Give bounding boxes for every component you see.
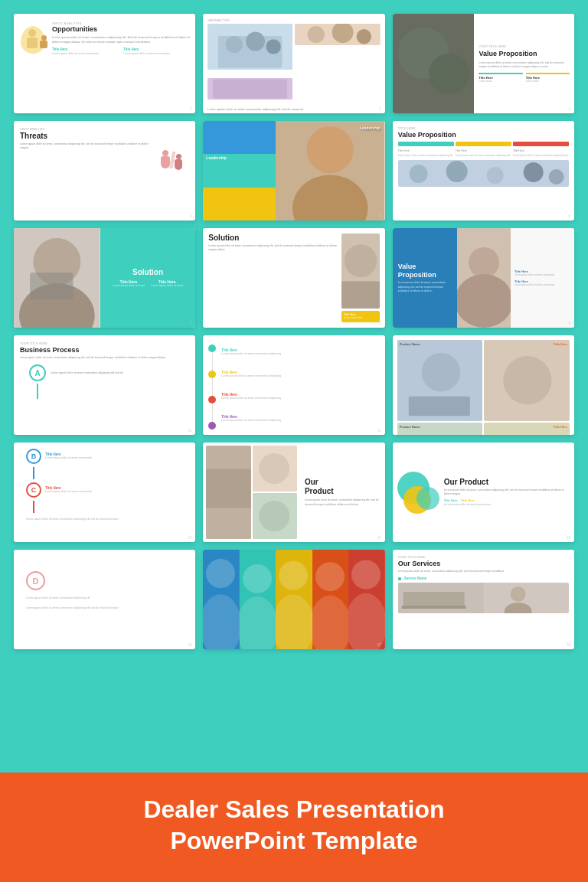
slide-6[interactable]: Title Here Value Proposition Title Here … xyxy=(393,121,574,220)
slide-11-item4-text: Lorem ipsum dolor sit amet consectetur a… xyxy=(221,419,379,423)
slide-14-num: 14 xyxy=(377,536,381,540)
slide-9[interactable]: Value Proposition Lorem ipsum dolor sit … xyxy=(393,228,574,328)
slide-7-num: 7 xyxy=(190,322,192,325)
slide-1-stat1-text: Lorem ipsum dolor sit amet consectetur xyxy=(52,52,119,56)
slide-11-item2-text: Lorem ipsum dolor sit amet consectetur a… xyxy=(221,374,379,378)
slide-3-label: Your Title Here xyxy=(479,44,570,48)
svg-point-8 xyxy=(357,29,371,44)
slide-5-leadership: Leadership xyxy=(360,126,381,130)
slide-12-label3: Product Name xyxy=(400,425,420,429)
slide-3[interactable]: Your Title Here Value Proposition Lorem … xyxy=(393,14,574,113)
svg-rect-10 xyxy=(213,79,287,98)
slide-6-title: Value Proposition xyxy=(398,131,569,139)
slide-11[interactable]: Title Here Lorem ipsum dolor sit amet co… xyxy=(203,335,384,435)
slide-14-title: OurProduct xyxy=(305,478,381,496)
slide-12-label4: Title Here xyxy=(554,425,567,429)
slide-8-text: Lorem ipsum dolor sit amet, consectetur … xyxy=(208,244,337,253)
slide-10[interactable]: Your Title Here Business Process Lorem i… xyxy=(14,335,195,435)
svg-point-58 xyxy=(276,594,312,649)
slide-18-num: 18 xyxy=(567,643,570,647)
svg-point-22 xyxy=(523,162,543,182)
slide-3-num: 3 xyxy=(568,107,570,111)
row-4: Your Title Here Business Process Lorem i… xyxy=(14,335,574,435)
row-5: B Title Here Lorem ipsum dolor sit amet … xyxy=(14,443,574,542)
slide-15-detail: Lorem ipsum dolor sit amet consectetur xyxy=(444,503,570,507)
slide-10-num: 10 xyxy=(188,429,191,433)
main-container: SWOT Analysis Opportunities Lorem ipsum … xyxy=(0,0,588,882)
slide-10-a-text: Lorem ipsum dolor sit amet consectetur a… xyxy=(51,371,123,375)
svg-point-33 xyxy=(457,274,511,328)
slide-12-label1: Product Name xyxy=(400,342,420,346)
slide-1-stat2-text: Lorem ipsum dolor sit amet consectetur xyxy=(123,52,190,56)
slide-6-col2: Title Here xyxy=(456,149,511,152)
slide-15-num: 15 xyxy=(567,536,570,540)
row-3: Solution Title Here Lorem ipsum dolor si… xyxy=(14,228,574,328)
banner-title: Dealer Sales Presentation PowerPoint Tem… xyxy=(15,794,573,858)
svg-point-57 xyxy=(279,561,308,590)
slide-15-title: Our Product xyxy=(444,478,570,486)
slide-4-text: Lorem ipsum dolor sit amet, consectetur … xyxy=(20,142,152,151)
slide-15[interactable]: Our Product Lorem ipsum dolor sit amet, … xyxy=(393,443,574,542)
svg-point-49 xyxy=(259,501,289,531)
slide-11-item3-text: Lorem ipsum dolor sit amet consectetur a… xyxy=(221,397,379,400)
slide-12-label2: Title Here xyxy=(554,342,567,346)
svg-point-47 xyxy=(259,453,289,484)
slide-7[interactable]: Solution Title Here Lorem ipsum dolor si… xyxy=(14,228,195,328)
slide-7-title: Solution xyxy=(132,268,163,276)
slide-9-title: Value Proposition xyxy=(398,263,452,279)
svg-point-55 xyxy=(240,596,276,649)
slide-16-text2: Lorem ipsum dolor sit amet consectetur a… xyxy=(26,606,189,610)
slide-13[interactable]: B Title Here Lorem ipsum dolor sit amet … xyxy=(14,443,195,542)
svg-rect-30 xyxy=(341,281,380,309)
svg-point-32 xyxy=(469,247,499,278)
slide-10-title: Business Process xyxy=(20,346,189,354)
slide-8[interactable]: Solution Lorem ipsum dolor sit amet, con… xyxy=(203,228,384,328)
slide-10-text: Lorem ipsum dolor sit amet, consectetur … xyxy=(20,356,189,360)
slide-1[interactable]: SWOT Analysis Opportunities Lorem ipsum … xyxy=(14,14,195,113)
slide-11-item1-text: Lorem ipsum dolor sit amet consectetur a… xyxy=(221,352,379,356)
slide-1-num: 1 xyxy=(190,107,192,111)
slide-16[interactable]: D Lorem ipsum dolor sit amet consectetur… xyxy=(14,550,195,649)
slide-2-num: 2 xyxy=(379,107,381,111)
slide-15-stat1: Title Here xyxy=(444,498,458,502)
svg-point-23 xyxy=(548,169,564,185)
svg-point-69 xyxy=(510,586,525,602)
slide-8-title: Solution xyxy=(208,234,337,242)
svg-point-60 xyxy=(315,562,345,591)
row-2: SWOT Analysis Threats Lorem ipsum dolor … xyxy=(14,121,574,220)
svg-point-16 xyxy=(307,126,354,173)
slide-2-text: Lorem ipsum dolor sit amet consectetur a… xyxy=(207,107,380,112)
slide-14[interactable]: OurProduct Lorem ipsum dolor sit amet, c… xyxy=(203,443,384,542)
slide-16-letter-d: D xyxy=(26,571,45,590)
slide-18[interactable]: Your Title Here Our Services Lorem ipsum… xyxy=(393,550,574,649)
slide-3-stat1-text: Lorem ipsum xyxy=(479,80,522,83)
slide-4-label: SWOT Analysis xyxy=(20,127,152,131)
slide-6-col1: Title Here xyxy=(398,149,454,152)
svg-point-63 xyxy=(351,560,381,589)
slide-5[interactable]: Leadership Leadership xyxy=(203,121,384,220)
slide-3-title: Value Proposition xyxy=(479,50,570,58)
row-1: SWOT Analysis Opportunities Lorem ipsum … xyxy=(14,14,574,113)
slide-6-label: Title Here xyxy=(398,126,569,130)
svg-rect-68 xyxy=(401,606,466,609)
slide-15-stat2: Title Here xyxy=(461,498,475,502)
slide-4[interactable]: SWOT Analysis Threats Lorem ipsum dolor … xyxy=(14,121,195,220)
slide-8-num: 8 xyxy=(379,322,381,325)
slide-3-text: Lorem ipsum dolor sit amet, consectetur … xyxy=(479,61,570,70)
svg-rect-45 xyxy=(206,469,250,508)
slide-7-stat1-text: Lorem ipsum dolor sit amet xyxy=(113,284,145,288)
slide-10-label: Your Title Here xyxy=(20,341,189,345)
svg-point-3 xyxy=(246,32,265,51)
slide-12[interactable]: Product Name Title Here xyxy=(393,335,574,435)
slide-13-num: 13 xyxy=(188,536,191,540)
slide-6-text1: Lorem ipsum dolor sit amet consectetur a… xyxy=(398,154,454,157)
slide-1-body: Lorem ipsum dolor sit amet, consectetur … xyxy=(52,35,190,44)
slide-17-num: 17 xyxy=(377,643,381,647)
slide-14-text: Lorem ipsum dolor sit amet, consectetur … xyxy=(305,498,381,507)
slide-1-title: Opportunities xyxy=(52,25,190,33)
svg-rect-36 xyxy=(408,397,469,416)
svg-rect-27 xyxy=(30,273,73,299)
slide-2[interactable]: Satisfaction xyxy=(203,14,384,113)
slide-4-num: 4 xyxy=(190,214,192,218)
slide-17[interactable]: 17 xyxy=(203,550,384,649)
